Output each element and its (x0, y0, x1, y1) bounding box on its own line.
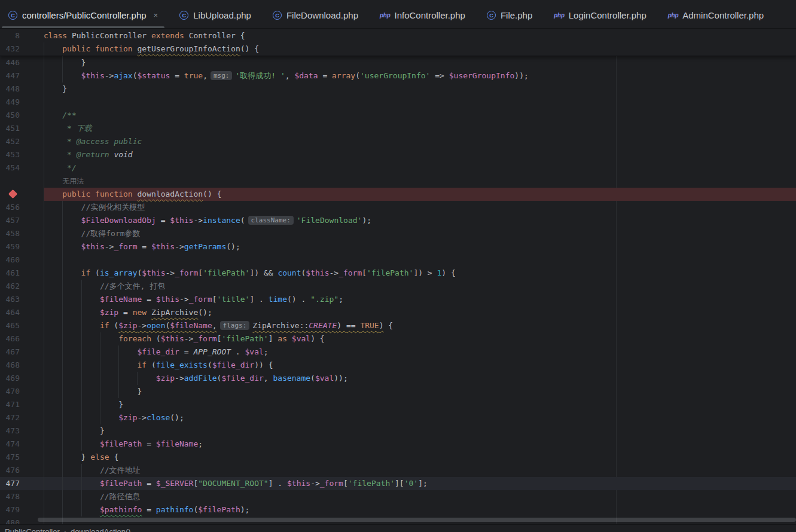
line-number[interactable]: 451 (0, 122, 44, 135)
code-line[interactable]: 462//多个文件, 打包 (0, 280, 796, 293)
line-number[interactable]: 477 (0, 477, 44, 490)
tab-label: AdminController.php (682, 10, 764, 20)
code-token: { (109, 452, 119, 461)
line-number[interactable]: 468 (0, 359, 44, 372)
line-number[interactable]: 472 (0, 411, 44, 424)
line-number[interactable]: 452 (0, 135, 44, 148)
code-line[interactable]: 453 * @return void (0, 148, 796, 161)
line-number[interactable]: 469 (0, 372, 44, 385)
code-line[interactable]: 8class PublicController extends Controll… (0, 29, 796, 42)
line-number[interactable]: 464 (0, 306, 44, 319)
code-token: ; (198, 439, 203, 448)
code-token: 'filePath' (221, 334, 268, 343)
line-number[interactable]: 473 (0, 424, 44, 438)
line-number[interactable]: 456 (0, 201, 44, 214)
code-line[interactable]: 469$zip->addFile($file_dir, basename($va… (0, 372, 796, 385)
code-line[interactable]: 475} else { (0, 451, 796, 464)
code-line[interactable]: 457$FileDownloadObj = $this->instance(cl… (0, 214, 796, 227)
line-number[interactable]: 474 (0, 438, 44, 451)
line-number[interactable]: 466 (0, 332, 44, 346)
editor-tab-0[interactable]: Ccontrollers/PublicController.php× (0, 2, 166, 29)
editor-tab-3[interactable]: phpInfoController.php (371, 2, 474, 29)
code-line[interactable]: 448} (0, 82, 796, 96)
line-number[interactable]: 470 (0, 385, 44, 398)
code-line[interactable]: 458//取得form参数 (0, 227, 796, 240)
line-number[interactable]: 458 (0, 227, 44, 240)
line-number[interactable]: 471 (0, 398, 44, 411)
code-line[interactable]: 476//文件地址 (0, 464, 796, 477)
editor-tab-5[interactable]: phpLoginController.php (545, 2, 655, 29)
code-line[interactable]: 461if (is_array($this->_form['filePath']… (0, 267, 796, 280)
editor-tab-2[interactable]: CFileDownload.php (264, 2, 367, 29)
code-line[interactable]: 474$filePath = $fileName; (0, 438, 796, 451)
line-number[interactable]: 454 (0, 161, 44, 175)
line-number[interactable] (0, 175, 44, 188)
line-number[interactable]: 461 (0, 267, 44, 280)
code-line[interactable]: 449 (0, 96, 796, 109)
code-token: $this (156, 295, 179, 304)
code-line[interactable]: 454 */ (0, 161, 796, 175)
line-number[interactable]: 457 (0, 214, 44, 227)
line-number[interactable]: 449 (0, 96, 44, 109)
code-line[interactable]: 446} (0, 56, 796, 69)
scrollbar-thumb[interactable] (38, 518, 796, 522)
breadcrumb-item[interactable]: downloadAction() (71, 527, 130, 532)
horizontal-scrollbar[interactable] (38, 518, 796, 522)
indent-guide (62, 214, 81, 227)
line-number[interactable]: 463 (0, 293, 44, 306)
code-line[interactable]: 459$this->_form = $this->getParams(); (0, 240, 796, 253)
code-line[interactable]: 467$file_dir = APP_ROOT . $val; (0, 346, 796, 359)
line-number[interactable]: 465 (0, 319, 44, 332)
line-number[interactable]: 8 (0, 29, 44, 42)
code-line[interactable]: 479$pathinfo = pathinfo($filePath); (0, 503, 796, 516)
code-line[interactable]: 447$this->ajax($status = true,msg:'取得成功!… (0, 69, 796, 82)
breakpoint-line[interactable]: public function downloadAction() { (0, 188, 796, 201)
line-number[interactable]: 479 (0, 503, 44, 516)
code-line[interactable]: 468if (file_exists($file_dir)) { (0, 359, 796, 372)
code-line[interactable]: 472$zip->close(); (0, 411, 796, 424)
code-line[interactable]: 466foreach ($this->_form['filePath'] as … (0, 332, 796, 346)
line-number[interactable]: 467 (0, 346, 44, 359)
breadcrumb-item[interactable]: PublicController (5, 527, 60, 532)
line-number[interactable]: 432 (0, 42, 44, 56)
indent-guide (137, 372, 155, 385)
code-line[interactable]: 478//路径信息 (0, 490, 796, 503)
code-line[interactable]: 451 * 下载 (0, 122, 796, 135)
code-line[interactable]: 460 (0, 253, 796, 267)
line-number[interactable]: 446 (0, 56, 44, 69)
breakpoint-gutter[interactable] (0, 188, 44, 201)
code-line[interactable]: 450/** (0, 109, 796, 122)
editor-tab-1[interactable]: CLibUpload.php (171, 2, 260, 29)
line-number[interactable]: 475 (0, 451, 44, 464)
indent-guide (44, 42, 62, 56)
code-line[interactable]: 432public function getUserGroupInfoActio… (0, 42, 796, 56)
code-line[interactable]: 456//实例化相关模型 (0, 201, 796, 214)
code-token: [ (198, 268, 203, 277)
code-line[interactable]: 473} (0, 424, 796, 438)
line-number[interactable]: 478 (0, 490, 44, 503)
code-editor[interactable]: 8class PublicController extends Controll… (0, 29, 796, 524)
method-breakpoint-icon[interactable] (8, 189, 18, 199)
line-number[interactable]: 448 (0, 82, 44, 96)
line-number[interactable]: 459 (0, 240, 44, 253)
code-line[interactable]: 464$zip = new ZipArchive(); (0, 306, 796, 319)
line-number[interactable]: 460 (0, 253, 44, 267)
line-number[interactable]: 462 (0, 280, 44, 293)
code-line[interactable]: 465if ($zip->open($fileName,flags:ZipArc… (0, 319, 796, 332)
close-icon[interactable]: × (154, 11, 158, 19)
tab-label: File.php (501, 10, 532, 20)
code-line[interactable]: 477$filePath = $_SERVER["DOCUMENT_ROOT"]… (0, 477, 796, 490)
code-area[interactable]: 446}447$this->ajax($status = true,msg:'取… (0, 56, 796, 530)
code-line[interactable]: 471} (0, 398, 796, 411)
code-line[interactable]: 452 * @access public (0, 135, 796, 148)
editor-tab-6[interactable]: phpAdminController.php (660, 2, 772, 29)
code-line[interactable]: 463$fileName = $this->_form['title'] . t… (0, 293, 796, 306)
line-number[interactable]: 453 (0, 148, 44, 161)
usages-hint-line[interactable]: 无用法 (0, 175, 796, 188)
editor-tab-4[interactable]: CFile.php (478, 2, 541, 29)
line-number[interactable]: 450 (0, 109, 44, 122)
code-token: basename (273, 374, 310, 383)
line-number[interactable]: 447 (0, 69, 44, 82)
line-number[interactable]: 476 (0, 464, 44, 477)
code-line[interactable]: 470} (0, 385, 796, 398)
